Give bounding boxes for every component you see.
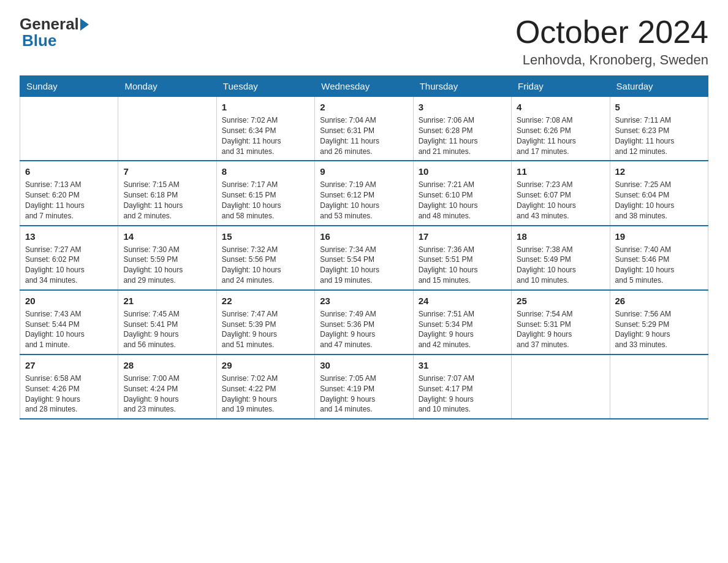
- calendar-cell: 20Sunrise: 7:43 AM Sunset: 5:44 PM Dayli…: [20, 290, 118, 354]
- day-number: 4: [517, 101, 604, 113]
- day-info: Sunrise: 7:25 AM Sunset: 6:04 PM Dayligh…: [615, 180, 703, 221]
- logo-blue-text: Blue: [22, 31, 56, 50]
- calendar-cell: 24Sunrise: 7:51 AM Sunset: 5:34 PM Dayli…: [413, 290, 511, 354]
- weekday-header-monday: Monday: [118, 76, 216, 97]
- day-number: 6: [25, 165, 113, 178]
- calendar-cell: 23Sunrise: 7:49 AM Sunset: 5:36 PM Dayli…: [315, 290, 413, 354]
- weekday-header-sunday: Sunday: [20, 76, 118, 97]
- day-info: Sunrise: 7:13 AM Sunset: 6:20 PM Dayligh…: [25, 180, 113, 221]
- calendar-cell: [20, 97, 118, 161]
- month-title: October 2024: [515, 15, 708, 50]
- calendar-cell: 2Sunrise: 7:04 AM Sunset: 6:31 PM Daylig…: [315, 97, 413, 161]
- day-number: 8: [222, 165, 309, 178]
- calendar-cell: 22Sunrise: 7:47 AM Sunset: 5:39 PM Dayli…: [216, 290, 314, 354]
- location-text: Lenhovda, Kronoberg, Sweden: [515, 52, 708, 68]
- day-number: 3: [419, 101, 506, 113]
- day-info: Sunrise: 7:05 AM Sunset: 4:19 PM Dayligh…: [320, 373, 408, 415]
- day-number: 26: [615, 294, 703, 307]
- calendar-cell: 17Sunrise: 7:36 AM Sunset: 5:51 PM Dayli…: [413, 226, 511, 290]
- day-number: 15: [222, 230, 309, 243]
- calendar-cell: 3Sunrise: 7:06 AM Sunset: 6:28 PM Daylig…: [413, 97, 511, 161]
- day-number: 30: [320, 359, 408, 372]
- calendar-cell: 9Sunrise: 7:19 AM Sunset: 6:12 PM Daylig…: [315, 161, 413, 225]
- day-number: 7: [123, 165, 211, 178]
- day-info: Sunrise: 7:06 AM Sunset: 6:28 PM Dayligh…: [419, 115, 506, 156]
- calendar-cell: [118, 97, 216, 161]
- calendar-cell: 19Sunrise: 7:40 AM Sunset: 5:46 PM Dayli…: [610, 226, 708, 290]
- calendar-cell: 27Sunrise: 6:58 AM Sunset: 4:26 PM Dayli…: [20, 354, 118, 419]
- day-info: Sunrise: 7:11 AM Sunset: 6:23 PM Dayligh…: [615, 115, 703, 156]
- calendar-cell: 5Sunrise: 7:11 AM Sunset: 6:23 PM Daylig…: [610, 97, 708, 161]
- day-number: 24: [419, 294, 506, 307]
- week-row-4: 20Sunrise: 7:43 AM Sunset: 5:44 PM Dayli…: [20, 290, 708, 354]
- day-number: 10: [419, 165, 506, 178]
- day-info: Sunrise: 7:21 AM Sunset: 6:10 PM Dayligh…: [419, 180, 506, 221]
- calendar-cell: 28Sunrise: 7:00 AM Sunset: 4:24 PM Dayli…: [118, 354, 216, 419]
- calendar-cell: 12Sunrise: 7:25 AM Sunset: 6:04 PM Dayli…: [610, 161, 708, 225]
- day-number: 19: [615, 230, 703, 243]
- day-number: 9: [320, 165, 408, 178]
- day-number: 18: [517, 230, 604, 243]
- day-number: 31: [419, 359, 506, 372]
- day-info: Sunrise: 7:49 AM Sunset: 5:36 PM Dayligh…: [320, 309, 408, 350]
- day-number: 1: [222, 101, 309, 113]
- day-number: 16: [320, 230, 408, 243]
- calendar-cell: 8Sunrise: 7:17 AM Sunset: 6:15 PM Daylig…: [216, 161, 314, 225]
- week-row-2: 6Sunrise: 7:13 AM Sunset: 6:20 PM Daylig…: [20, 161, 708, 225]
- day-info: Sunrise: 7:08 AM Sunset: 6:26 PM Dayligh…: [517, 115, 604, 156]
- day-info: Sunrise: 7:30 AM Sunset: 5:59 PM Dayligh…: [123, 245, 211, 286]
- day-info: Sunrise: 7:15 AM Sunset: 6:18 PM Dayligh…: [123, 180, 211, 221]
- weekday-header-wednesday: Wednesday: [315, 76, 413, 97]
- calendar-cell: 25Sunrise: 7:54 AM Sunset: 5:31 PM Dayli…: [512, 290, 610, 354]
- day-info: Sunrise: 7:38 AM Sunset: 5:49 PM Dayligh…: [517, 245, 604, 286]
- weekday-header-row: SundayMondayTuesdayWednesdayThursdayFrid…: [20, 76, 708, 97]
- page-header: General Blue October 2024 Lenhovda, Kron…: [20, 15, 708, 68]
- day-info: Sunrise: 7:54 AM Sunset: 5:31 PM Dayligh…: [517, 309, 604, 350]
- calendar-cell: [610, 354, 708, 419]
- day-info: Sunrise: 7:36 AM Sunset: 5:51 PM Dayligh…: [419, 245, 506, 286]
- calendar-cell: 1Sunrise: 7:02 AM Sunset: 6:34 PM Daylig…: [216, 97, 314, 161]
- day-info: Sunrise: 7:17 AM Sunset: 6:15 PM Dayligh…: [222, 180, 309, 221]
- day-info: Sunrise: 7:27 AM Sunset: 6:02 PM Dayligh…: [25, 245, 113, 286]
- day-info: Sunrise: 7:47 AM Sunset: 5:39 PM Dayligh…: [222, 309, 309, 350]
- day-info: Sunrise: 7:07 AM Sunset: 4:17 PM Dayligh…: [419, 373, 506, 415]
- logo: General Blue: [20, 15, 89, 50]
- day-info: Sunrise: 7:32 AM Sunset: 5:56 PM Dayligh…: [222, 245, 309, 286]
- day-number: 23: [320, 294, 408, 307]
- calendar-cell: 18Sunrise: 7:38 AM Sunset: 5:49 PM Dayli…: [512, 226, 610, 290]
- calendar-cell: 29Sunrise: 7:02 AM Sunset: 4:22 PM Dayli…: [216, 354, 314, 419]
- week-row-3: 13Sunrise: 7:27 AM Sunset: 6:02 PM Dayli…: [20, 226, 708, 290]
- calendar-cell: 30Sunrise: 7:05 AM Sunset: 4:19 PM Dayli…: [315, 354, 413, 419]
- calendar-cell: 26Sunrise: 7:56 AM Sunset: 5:29 PM Dayli…: [610, 290, 708, 354]
- day-number: 14: [123, 230, 211, 243]
- calendar-cell: 4Sunrise: 7:08 AM Sunset: 6:26 PM Daylig…: [512, 97, 610, 161]
- day-number: 11: [517, 165, 604, 178]
- day-info: Sunrise: 7:19 AM Sunset: 6:12 PM Dayligh…: [320, 180, 408, 221]
- calendar-cell: 13Sunrise: 7:27 AM Sunset: 6:02 PM Dayli…: [20, 226, 118, 290]
- calendar-cell: 10Sunrise: 7:21 AM Sunset: 6:10 PM Dayli…: [413, 161, 511, 225]
- calendar-table: SundayMondayTuesdayWednesdayThursdayFrid…: [20, 75, 708, 419]
- day-info: Sunrise: 7:34 AM Sunset: 5:54 PM Dayligh…: [320, 245, 408, 286]
- day-number: 25: [517, 294, 604, 307]
- day-number: 29: [222, 359, 309, 372]
- week-row-1: 1Sunrise: 7:02 AM Sunset: 6:34 PM Daylig…: [20, 97, 708, 161]
- calendar-cell: 16Sunrise: 7:34 AM Sunset: 5:54 PM Dayli…: [315, 226, 413, 290]
- calendar-cell: 31Sunrise: 7:07 AM Sunset: 4:17 PM Dayli…: [413, 354, 511, 419]
- day-info: Sunrise: 7:04 AM Sunset: 6:31 PM Dayligh…: [320, 115, 408, 156]
- day-info: Sunrise: 7:02 AM Sunset: 6:34 PM Dayligh…: [222, 115, 309, 156]
- day-number: 12: [615, 165, 703, 178]
- day-number: 22: [222, 294, 309, 307]
- title-block: October 2024 Lenhovda, Kronoberg, Sweden: [515, 15, 708, 68]
- day-info: Sunrise: 7:45 AM Sunset: 5:41 PM Dayligh…: [123, 309, 211, 350]
- weekday-header-thursday: Thursday: [413, 76, 511, 97]
- day-info: Sunrise: 7:56 AM Sunset: 5:29 PM Dayligh…: [615, 309, 703, 350]
- day-number: 28: [123, 359, 211, 372]
- calendar-cell: [512, 354, 610, 419]
- calendar-cell: 14Sunrise: 7:30 AM Sunset: 5:59 PM Dayli…: [118, 226, 216, 290]
- day-info: Sunrise: 7:43 AM Sunset: 5:44 PM Dayligh…: [25, 309, 113, 350]
- logo-arrow-icon: [80, 18, 89, 31]
- calendar-cell: 21Sunrise: 7:45 AM Sunset: 5:41 PM Dayli…: [118, 290, 216, 354]
- calendar-cell: 15Sunrise: 7:32 AM Sunset: 5:56 PM Dayli…: [216, 226, 314, 290]
- weekday-header-friday: Friday: [512, 76, 610, 97]
- day-number: 5: [615, 101, 703, 113]
